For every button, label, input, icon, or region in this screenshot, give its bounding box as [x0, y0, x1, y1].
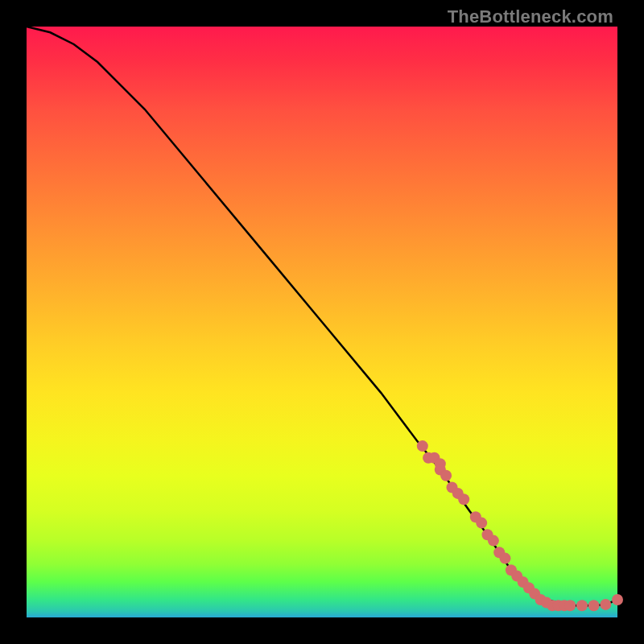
scatter-point — [458, 493, 469, 505]
scatter-point — [476, 518, 487, 529]
scatter-point — [576, 600, 588, 611]
scatter-point — [600, 599, 611, 610]
scatter-point — [417, 440, 428, 452]
bottleneck-curve — [27, 27, 617, 605]
scatter-point — [588, 600, 600, 611]
scatter-point — [500, 553, 511, 564]
scatter-point — [440, 470, 452, 481]
chart-frame: TheBottleneck.com — [0, 0, 644, 644]
attribution-label: TheBottleneck.com — [448, 6, 613, 27]
scatter-point — [564, 600, 576, 611]
scatter-point — [488, 535, 499, 547]
scatter-point — [612, 594, 623, 605]
chart-overlay-svg — [27, 27, 617, 617]
observed-scatter-group — [417, 440, 623, 611]
